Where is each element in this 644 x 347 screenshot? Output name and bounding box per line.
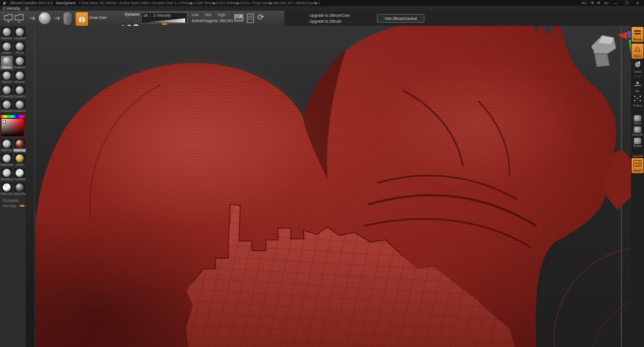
gizmo-lens-dot (592, 49, 594, 52)
material-flatcolor[interactable]: Flat Colo (1, 182, 13, 196)
brush-cursor-outer-circle (554, 247, 631, 347)
material-palette: MatCap MatCap BasicMa Gold SkinSha ToyPl… (0, 139, 26, 196)
line-fill-caption: Line Fill (633, 154, 643, 158)
brush-hpolish[interactable]: hPolish (13, 70, 26, 84)
y-axis-cone[interactable] (628, 40, 631, 57)
document-name: NewSphere (56, 1, 76, 5)
intensity-label: Intensity (2, 204, 16, 208)
save-tool-icon[interactable] (15, 13, 24, 23)
brush-chiselcreature[interactable]: ChiselCr (13, 85, 26, 98)
upgrade-zbrush-link[interactable]: Upgrade to ZBrush (310, 18, 349, 24)
brush-slash3[interactable]: Slash3 (1, 70, 13, 84)
frame-button[interactable]: Frame (632, 94, 643, 107)
app-title: ZBrushCoreMini 2021.6.5 (10, 1, 53, 5)
next-mesh-arrow-icon[interactable]: ➔ (54, 13, 60, 24)
restore-icon[interactable]: ❐ (623, 1, 631, 5)
export-image-icon[interactable] (234, 13, 244, 23)
brush-chiselgrove[interactable]: ChiselGr (1, 100, 13, 113)
prev-mesh-arrow-icon[interactable]: ➔ (30, 13, 36, 24)
status-stats: • Free Mem 35.165GB • Active Mem 2485 • … (79, 1, 320, 5)
brush-standard[interactable]: Standar (1, 27, 13, 40)
material-skinshade[interactable]: SkinSha (1, 168, 13, 181)
shelf-item-label: Local (632, 70, 643, 73)
brush-label: Chisel3D (1, 95, 13, 98)
color-picker[interactable] (1, 115, 25, 137)
nav-gizmo[interactable] (591, 31, 631, 67)
brush-claybuildup[interactable]: ClayBuil (13, 27, 26, 40)
shelf-item-label: Frame (632, 104, 643, 107)
draw-size-label: Draw Size (89, 16, 107, 19)
range-mid[interactable]: Mid (205, 13, 211, 17)
shelf-item-label: Persp (632, 38, 643, 41)
zbrush-logo-icon (3, 1, 6, 5)
range-high[interactable]: High (218, 13, 225, 17)
material-toyplastic[interactable]: ToyPlast (13, 168, 26, 181)
z-intensity-wedge (143, 18, 185, 23)
left-tray: Standar ClayBuil Inflate Pinch Move Snak… (0, 26, 26, 347)
move-camera-button[interactable]: Move (632, 115, 643, 125)
brush-snakehook[interactable]: SnakeH (13, 56, 26, 69)
saturation-value-square[interactable] (1, 118, 25, 137)
cursor-left-icon[interactable]: ☚ (590, 1, 594, 5)
brush-move[interactable]: Move (1, 56, 13, 69)
material-matcap-red[interactable]: MatCap (13, 139, 26, 152)
brush-cursor-inner-circle (590, 293, 631, 347)
floor-elevation-button[interactable]: Elv (632, 80, 643, 93)
range-low[interactable]: Low (192, 13, 199, 17)
autocapture-label: AC (582, 1, 587, 5)
brush-label: ChiselOr (13, 109, 26, 113)
persp-button[interactable]: Persp (632, 27, 643, 42)
z-axis-cube[interactable] (628, 31, 631, 38)
brush-chisel3d[interactable]: Chisel3D (1, 85, 13, 98)
material-matcap-gray[interactable]: MatCap (1, 139, 13, 152)
visit-zbrushcentral-button[interactable]: Visit ZBrushCentral (377, 14, 424, 23)
document-icon[interactable] (247, 13, 255, 23)
material-label: MatCap (13, 148, 26, 152)
rotate-camera-button[interactable]: Rotate (632, 138, 643, 147)
symmetry-button[interactable] (75, 12, 88, 26)
brush-label: Move (1, 66, 13, 69)
brush-label: Standar (1, 37, 13, 40)
brush-label: Slash3 (1, 80, 13, 84)
intensity-mini-slider[interactable] (18, 205, 26, 207)
intensity-range-labels: Low Mid High (192, 13, 226, 17)
shelf-item-label: XYZ (632, 75, 643, 78)
polyframe-grid-icon (633, 160, 642, 167)
close-icon[interactable]: ✕ (634, 1, 641, 5)
floor-button[interactable]: Floor (632, 44, 643, 59)
perspective-icon (633, 29, 642, 36)
sculpt-viewport[interactable] (26, 26, 631, 347)
x-axis-cone[interactable] (617, 32, 628, 39)
hint-bar: Z Intensity U (0, 6, 644, 11)
polyframe-button[interactable]: PolyF (632, 158, 643, 173)
hint-shortcut: U (25, 6, 28, 10)
frame-icon (634, 95, 641, 102)
minimize-icon[interactable]: — (612, 1, 620, 5)
brush-label: ClayBuil (13, 37, 26, 40)
brush-chiselorganic[interactable]: ChiselOr (13, 100, 26, 113)
sphere-tool-thumbnail[interactable] (39, 12, 51, 24)
local-button[interactable]: Local (632, 60, 643, 73)
material-silverfoil[interactable]: SilverFo (13, 182, 26, 196)
upgrade-zbrushcore-link[interactable]: Upgrade to ZBrushCore (310, 12, 349, 18)
material-basic[interactable]: BasicMa (1, 153, 13, 167)
z-intensity-value: 14 (143, 13, 150, 17)
brush-label: ChiselGr (1, 109, 13, 113)
language-indicator[interactable]: en (604, 1, 608, 5)
zoom-hand-icon (634, 126, 641, 133)
xyz-button[interactable]: XYZ (632, 75, 643, 78)
turntable-record-icon[interactable]: ⟳ (257, 12, 264, 22)
cursor-right-icon[interactable]: ☛ (597, 1, 601, 5)
intensity-control[interactable]: Intensity (0, 202, 26, 208)
capsule-tool-thumbnail[interactable] (64, 12, 72, 25)
brush-inflate[interactable]: Inflate (1, 41, 13, 55)
sculpt-canvas[interactable] (26, 26, 631, 347)
material-label: MatCap (1, 148, 13, 152)
local-pivot-icon (634, 61, 641, 68)
z-intensity-slider[interactable]: 14 Z Intensity (141, 12, 187, 24)
shelf-item-label: PolyF (632, 169, 643, 172)
zoom3d-button[interactable]: Zoom3D (632, 126, 643, 136)
load-tool-icon[interactable] (4, 13, 13, 23)
brush-pinch[interactable]: Pinch (13, 41, 26, 55)
material-gold[interactable]: Gold (13, 153, 26, 167)
